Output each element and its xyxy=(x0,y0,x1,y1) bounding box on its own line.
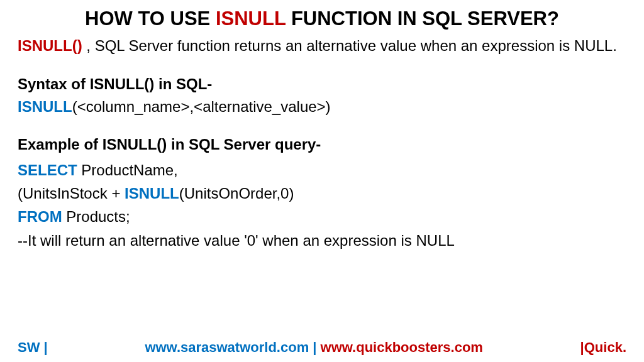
code-line-4: --It will return an alternative value '0… xyxy=(18,229,626,252)
from-keyword: FROM xyxy=(18,208,62,225)
code-line-1: SELECT ProductName, xyxy=(18,158,626,182)
code-line-3-rest: Products; xyxy=(62,208,130,225)
syntax-heading: Syntax of ISNULL() in SQL- xyxy=(18,75,626,93)
title-post: FUNCTION IN SQL SERVER? xyxy=(286,8,559,30)
title-highlight: ISNULL xyxy=(216,8,286,30)
intro-paragraph: ISNULL() , SQL Server function returns a… xyxy=(18,36,626,55)
syntax-args: (<column_name>,<alternative_value>) xyxy=(72,98,331,115)
select-keyword: SELECT xyxy=(18,162,77,178)
intro-rest: , SQL Server function returns an alterna… xyxy=(82,37,617,54)
footer-center: www.saraswatworld.com | www.quickbooster… xyxy=(145,339,483,356)
page-title: HOW TO USE ISNULL FUNCTION IN SQL SERVER… xyxy=(18,8,626,30)
syntax-keyword: ISNULL xyxy=(18,98,72,115)
code-line-2-post: (UnitsOnOrder,0) xyxy=(179,185,294,202)
footer-right: |Quick. xyxy=(580,339,626,356)
code-line-2-pre: (UnitsInStock + xyxy=(18,185,125,202)
example-heading: Example of ISNULL() in SQL Server query- xyxy=(18,136,626,153)
title-pre: HOW TO USE xyxy=(85,8,216,30)
syntax-line: ISNULL(<column_name>,<alternative_value>… xyxy=(18,98,626,116)
footer: SW | www.saraswatworld.com | www.quickbo… xyxy=(18,339,626,356)
code-line-1-rest: ProductName, xyxy=(77,162,178,178)
intro-func: ISNULL() xyxy=(18,37,82,54)
code-line-2: (UnitsInStock + ISNULL(UnitsOnOrder,0) xyxy=(18,182,626,205)
code-line-3: FROM Products; xyxy=(18,205,626,228)
isnull-keyword: ISNULL xyxy=(125,185,179,202)
footer-left: SW | xyxy=(18,339,48,356)
footer-url-1: www.saraswatworld.com | xyxy=(145,339,320,355)
footer-url-2: www.quickboosters.com xyxy=(321,339,483,355)
